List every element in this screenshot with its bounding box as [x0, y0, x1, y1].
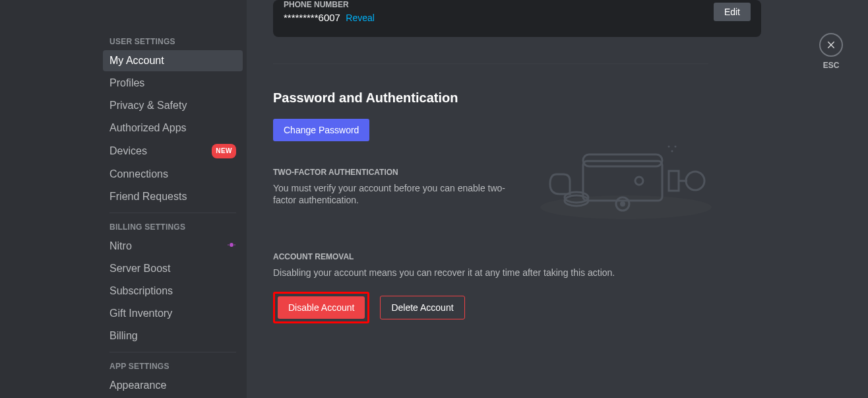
new-badge: NEW: [212, 144, 236, 158]
content-region: PHONE NUMBER *********6007 Reveal Edit P…: [247, 0, 868, 398]
svg-point-12: [668, 146, 670, 148]
sidebar-item-label: Connections: [109, 168, 168, 181]
password-section: Password and Authentication Change Passw…: [273, 90, 761, 220]
svg-point-14: [671, 150, 673, 152]
sidebar-item-label: Profiles: [109, 77, 144, 90]
content-inner: PHONE NUMBER *********6007 Reveal Edit P…: [273, 0, 761, 323]
sidebar-item-label: Devices: [109, 145, 147, 158]
edit-phone-button[interactable]: Edit: [714, 3, 751, 21]
sidebar-item-subscriptions[interactable]: Subscriptions: [103, 281, 243, 302]
sidebar: USER SETTINGS My Account Profiles Privac…: [103, 33, 247, 398]
divider: [109, 352, 236, 352]
sidebar-item-friend-requests[interactable]: Friend Requests: [103, 186, 243, 207]
password-auth-title: Password and Authentication: [273, 90, 761, 106]
svg-point-0: [230, 243, 233, 247]
divider: [109, 213, 236, 213]
nitro-icon: [227, 240, 236, 253]
billing-settings-header: BILLING SETTINGS: [103, 218, 243, 236]
delete-account-button[interactable]: Delete Account: [380, 296, 464, 319]
phone-card: PHONE NUMBER *********6007 Reveal Edit: [273, 0, 761, 37]
close-button[interactable]: [819, 33, 843, 57]
svg-rect-5: [669, 171, 679, 191]
disable-account-button[interactable]: Disable Account: [278, 296, 365, 319]
sidebar-item-devices[interactable]: Devices NEW: [103, 140, 243, 162]
user-settings-header: USER SETTINGS: [103, 33, 243, 50]
sidebar-item-nitro[interactable]: Nitro: [103, 236, 243, 257]
svg-point-6: [686, 172, 704, 190]
sidebar-item-label: Gift Inventory: [109, 307, 172, 320]
twofa-description: You must verify your account before you …: [273, 182, 524, 206]
esc-label: ESC: [819, 61, 843, 70]
disable-highlight: Disable Account: [273, 292, 369, 323]
sidebar-item-label: Authorized Apps: [109, 121, 187, 135]
reveal-link[interactable]: Reveal: [346, 13, 375, 23]
sidebar-item-server-boost[interactable]: Server Boost: [103, 258, 243, 279]
section-divider: [273, 63, 708, 64]
sidebar-item-label: Privacy & Safety: [109, 99, 187, 112]
sidebar-item-label: Friend Requests: [109, 190, 187, 203]
sidebar-item-gift-inventory[interactable]: Gift Inventory: [103, 303, 243, 324]
sidebar-item-label: Subscriptions: [109, 284, 173, 298]
twofa-header: TWO-FACTOR AUTHENTICATION: [273, 168, 524, 177]
sidebar-item-label: My Account: [109, 54, 164, 67]
account-removal-section: ACCOUNT REMOVAL Disabling your account m…: [273, 252, 761, 323]
sidebar-item-billing[interactable]: Billing: [103, 325, 243, 347]
phone-label: PHONE NUMBER: [284, 0, 375, 9]
close-region: ESC: [819, 33, 843, 70]
close-icon: [826, 40, 836, 50]
account-removal-header: ACCOUNT REMOVAL: [273, 252, 761, 261]
sidebar-item-privacy[interactable]: Privacy & Safety: [103, 95, 243, 116]
sidebar-item-profiles[interactable]: Profiles: [103, 73, 243, 94]
sidebar-item-connections[interactable]: Connections: [103, 164, 243, 185]
sidebar-item-label: Appearance: [109, 379, 166, 392]
sidebar-item-appearance[interactable]: Appearance: [103, 375, 243, 396]
svg-point-11: [620, 201, 625, 207]
svg-point-13: [675, 146, 677, 148]
sidebar-item-label: Nitro: [109, 240, 132, 253]
sidebar-item-authorized-apps[interactable]: Authorized Apps: [103, 117, 243, 139]
twofa-illustration: [537, 141, 761, 220]
svg-point-4: [635, 177, 643, 185]
change-password-button[interactable]: Change Password: [273, 119, 369, 141]
sidebar-item-my-account[interactable]: My Account: [103, 50, 243, 71]
app-settings-header: APP SETTINGS: [103, 358, 243, 375]
phone-value: *********6007: [284, 12, 340, 23]
sidebar-region: USER SETTINGS My Account Profiles Privac…: [0, 0, 247, 398]
sidebar-item-label: Billing: [109, 329, 138, 343]
sidebar-item-label: Server Boost: [109, 262, 170, 275]
account-removal-description: Disabling your account means you can rec…: [273, 267, 761, 279]
